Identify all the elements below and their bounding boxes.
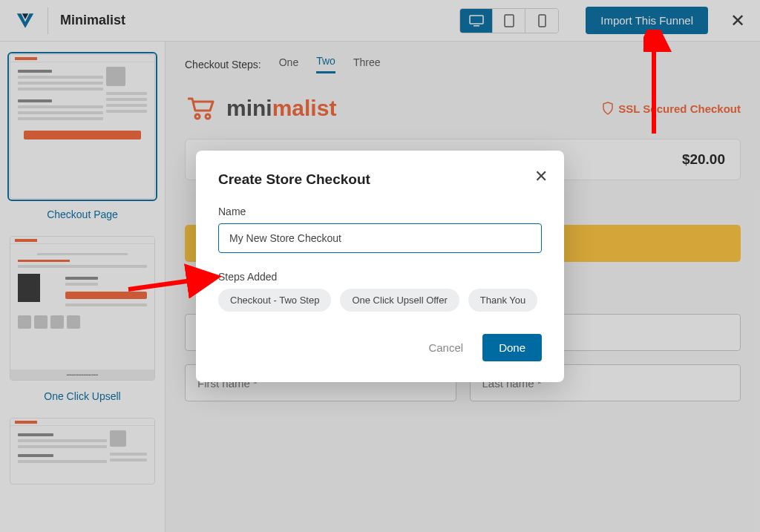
cancel-button[interactable]: Cancel [416,334,475,361]
step-chip: One Click Upsell Offer [340,289,459,312]
modal-close-icon[interactable]: ✕ [534,167,548,186]
step-chip: Checkout - Two Step [218,289,331,312]
modal-overlay: Create Store Checkout ✕ Name Steps Added… [0,0,760,532]
step-chip: Thank You [468,289,537,312]
create-checkout-modal: Create Store Checkout ✕ Name Steps Added… [196,151,564,382]
checkout-name-input[interactable] [218,223,542,253]
done-button[interactable]: Done [482,334,542,361]
name-label: Name [218,206,542,217]
steps-added-label: Steps Added [218,271,542,283]
modal-title: Create Store Checkout [218,171,542,188]
